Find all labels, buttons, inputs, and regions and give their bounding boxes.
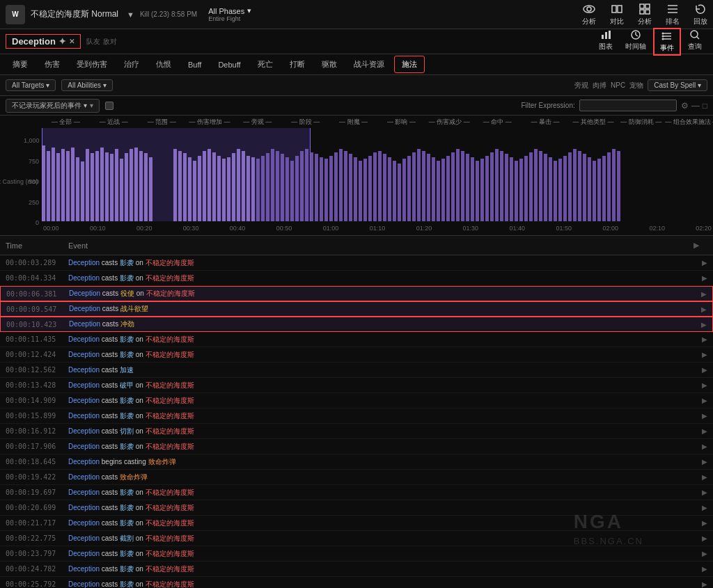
table-row[interactable]: 00:00:14.909Deception casts 影袭 on 不稳定的海度…	[0, 393, 713, 408]
chart-bar	[529, 152, 533, 221]
tab-threat[interactable]: 仇恨	[149, 56, 178, 72]
events-view-btn[interactable]: 事件	[653, 28, 681, 56]
tab-dispels[interactable]: 驱散	[315, 56, 344, 72]
cell-arrow[interactable]: ▶	[694, 335, 707, 343]
abilities-filter-btn[interactable]: All Abilities ▾	[61, 79, 113, 91]
time-130: 01:30	[463, 225, 479, 232]
cell-arrow[interactable]: ▶	[694, 504, 707, 511]
table-row[interactable]: 00:00:04.334Deception casts 影袭 on 不稳定的海度…	[0, 271, 713, 286]
cell-arrow[interactable]: ▶	[694, 366, 707, 374]
tab-casts[interactable]: 施法	[394, 56, 425, 73]
table-row[interactable]: 00:00:22.775Deception casts 截割 on 不稳定的海度…	[0, 531, 713, 546]
phases-label[interactable]: All Phases ▾	[208, 6, 251, 15]
cell-arrow[interactable]: ▶	[694, 550, 707, 557]
nav-replay[interactable]: 回放	[694, 3, 707, 26]
tab-damage[interactable]: 伤害	[38, 56, 67, 72]
chart-bar	[237, 149, 240, 221]
cell-arrow[interactable]: ▶	[694, 427, 707, 435]
tab-debuff[interactable]: Debuff	[211, 58, 247, 72]
nav-analysis[interactable]: 分析	[582, 3, 596, 26]
tab-summary[interactable]: 摘要	[6, 56, 35, 72]
chart-view-btn[interactable]: 图表	[593, 28, 618, 56]
cell-arrow[interactable]: ▶	[694, 397, 707, 404]
tl-spectator: — 旁观 —	[233, 118, 281, 127]
cell-arrow[interactable]: ▶	[694, 519, 707, 527]
table-row[interactable]: 00:00:10.423Deception casts 冲劲▶	[0, 317, 713, 332]
cell-arrow[interactable]: ▶	[694, 381, 707, 389]
player-close[interactable]: ✕	[69, 38, 75, 45]
chart-bar	[305, 149, 308, 221]
filter-expr-input[interactable]	[579, 100, 677, 111]
table-row[interactable]: 00:00:12.424Deception casts 影袭 on 不稳定的海度…	[0, 347, 713, 363]
chart-bar	[544, 154, 547, 221]
cell-arrow[interactable]: ▶	[694, 351, 707, 358]
cell-arrow[interactable]: ▶	[694, 534, 707, 542]
table-row[interactable]: 00:00:25.792Deception casts 影袭 on 不稳定的海度…	[0, 577, 713, 588]
cell-arrow[interactable]: ▶	[693, 321, 707, 328]
timeline-view-btn[interactable]: 时间轴	[620, 28, 652, 56]
table-row[interactable]: 00:00:17.906Deception casts 影袭 on 不稳定的海度…	[0, 439, 713, 454]
tab-resources[interactable]: 战斗资源	[347, 56, 391, 72]
tab-buff[interactable]: Buff	[181, 58, 208, 72]
dead-events-filter-btn[interactable]: 不记录玩家死后的事件 ▾ ▾	[6, 99, 100, 113]
tl-other: — 其他类型 —	[569, 118, 617, 127]
table-row[interactable]: 00:00:18.645Deception begins casting 致命炸…	[0, 454, 713, 470]
table-row[interactable]: 00:00:03.289Deception casts 影袭 on 不稳定的海度…	[0, 255, 713, 271]
cell-arrow[interactable]: ▶	[694, 412, 707, 420]
table-row[interactable]: 00:00:13.428Deception casts 破甲 on 不稳定的海度…	[0, 378, 713, 393]
query-view-btn[interactable]: 查询	[682, 28, 707, 56]
chart-area[interactable]: Time Spent Casting (ms) 1,000 750 500 25…	[0, 128, 713, 236]
filter-expr-right: Filter Expression: ⚙ — □	[522, 100, 708, 111]
tab-interrupts[interactable]: 打断	[283, 56, 312, 72]
table-row[interactable]: 00:00:24.782Deception casts 影袭 on 不稳定的海度…	[0, 562, 713, 577]
minus-icon[interactable]: —	[691, 101, 700, 111]
table-row[interactable]: 00:00:11.435Deception casts 影袭 on 不稳定的海度…	[0, 332, 713, 347]
targets-filter-btn[interactable]: All Targets ▾	[6, 79, 56, 91]
nav-rankings[interactable]: 排名	[666, 3, 680, 26]
cell-event: Deception begins casting 致命炸弹	[68, 457, 694, 467]
table-row[interactable]: 00:00:06.381Deception casts 役使 on 不稳定的海度…	[0, 286, 713, 301]
chart-bar	[86, 149, 89, 221]
cell-arrow[interactable]: ▶	[693, 305, 707, 313]
table-row[interactable]: 00:00:16.912Deception casts 切割 on 不稳定的海度…	[0, 424, 713, 439]
table-row[interactable]: 00:00:09.547Deception casts 战斗欲望▶	[0, 301, 713, 317]
cell-arrow[interactable]: ▶	[694, 473, 707, 481]
settings-icon[interactable]: ⚙	[681, 101, 689, 111]
cell-arrow[interactable]: ▶	[694, 565, 707, 573]
cell-arrow[interactable]: ▶	[694, 443, 707, 450]
nav-breakdown[interactable]: 分析	[638, 3, 652, 26]
chart-bars	[42, 128, 713, 221]
cell-arrow[interactable]: ▶	[694, 580, 707, 588]
time-0: 00:00	[43, 225, 59, 232]
table-row[interactable]: 00:00:19.422Deception casts 致命炸弹▶	[0, 470, 713, 485]
cell-arrow[interactable]: ▶	[694, 488, 707, 496]
cell-arrow[interactable]: ▶	[694, 458, 707, 466]
table-row[interactable]: 00:00:15.899Deception casts 影袭 on 不稳定的海度…	[0, 408, 713, 424]
table-row[interactable]: 00:00:12.562Deception casts 加速▶	[0, 363, 713, 378]
filter-icons: ⚙ — □	[681, 101, 707, 111]
phases-selector[interactable]: All Phases ▾ Entire Fight	[208, 6, 251, 22]
filter-checkbox[interactable]	[105, 102, 113, 110]
table-row[interactable]: 00:00:21.717Deception casts 影袭 on 不稳定的海度…	[0, 516, 713, 531]
tab-healing[interactable]: 治疗	[117, 56, 146, 72]
cell-arrow[interactable]: ▶	[694, 274, 707, 282]
cast-by-spell-btn[interactable]: Cast By Spell ▾	[648, 79, 707, 91]
cell-arrow[interactable]: ▶	[694, 259, 707, 267]
table-row[interactable]: 00:00:19.697Deception casts 影袭 on 不稳定的海度…	[0, 485, 713, 500]
tl-dmg-up: — 伤害增加 —	[186, 118, 234, 127]
table-container[interactable]: Time Event ▶ 00:00:03.289Deception casts…	[0, 236, 713, 588]
expand-icon[interactable]: □	[703, 101, 707, 111]
table-row[interactable]: 00:00:20.699Deception casts 影袭 on 不稳定的海度…	[0, 500, 713, 516]
table-row[interactable]: 00:00:23.797Deception casts 影袭 on 不稳定的海度…	[0, 546, 713, 562]
cell-arrow[interactable]: ▶	[693, 290, 707, 298]
tab-damage-taken[interactable]: 受到伤害	[70, 56, 114, 72]
nav-compare[interactable]: 对比	[610, 3, 624, 26]
filter-right: 旁观 肉搏 NPC 宠物 Cast By Spell ▾	[574, 79, 707, 91]
compare-icon	[611, 3, 623, 15]
filter-expr-label: Filter Expression:	[522, 102, 575, 109]
eye-icon	[583, 3, 595, 15]
tab-deaths[interactable]: 死亡	[251, 56, 280, 72]
chart-bar	[480, 159, 484, 221]
chart-inner[interactable]: 00:00 00:10 00:20 00:30 00:40 00:50 01:0…	[42, 128, 713, 235]
chart-bar	[266, 153, 269, 221]
